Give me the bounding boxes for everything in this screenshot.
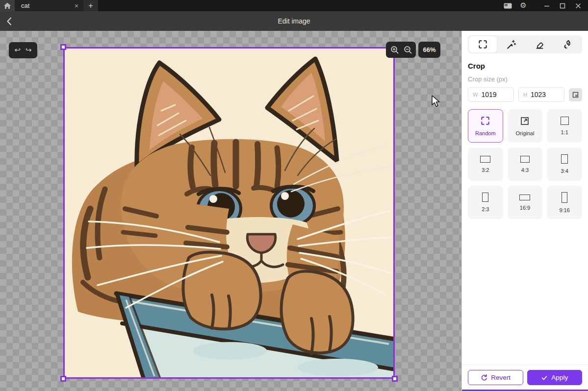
back-button[interactable] bbox=[2, 11, 17, 31]
ratio-grid: Random Original 1:1 3:2 bbox=[468, 109, 582, 219]
zoom-in-icon[interactable] bbox=[390, 45, 399, 54]
back-chevron-icon bbox=[6, 17, 13, 26]
width-input[interactable] bbox=[481, 91, 509, 98]
tab-close-icon[interactable]: × bbox=[74, 1, 79, 10]
ratio-3-4-icon bbox=[561, 154, 568, 164]
tab-crop-tool[interactable] bbox=[469, 36, 497, 52]
ratio-9-16-icon bbox=[562, 192, 567, 203]
new-tab-button[interactable]: + bbox=[83, 0, 98, 11]
home-button[interactable] bbox=[0, 0, 15, 11]
ratio-label: 4:3 bbox=[521, 167, 529, 173]
height-input[interactable] bbox=[531, 91, 560, 98]
height-field[interactable]: H bbox=[518, 87, 564, 102]
ratio-2-3[interactable]: 2:3 bbox=[468, 186, 503, 219]
ratio-label: Random bbox=[475, 130, 496, 136]
zoom-level-badge: 66% bbox=[418, 42, 440, 58]
revert-refresh-icon bbox=[480, 374, 487, 381]
tab-cat[interactable]: cat × bbox=[15, 0, 83, 11]
zoom-toolbar bbox=[386, 42, 416, 58]
width-prefix: W bbox=[473, 92, 478, 98]
swap-dimensions-icon bbox=[572, 91, 579, 98]
ratio-16-9[interactable]: 16:9 bbox=[508, 186, 543, 219]
crop-handle-bottom-right[interactable] bbox=[392, 376, 398, 382]
swap-dimensions-button[interactable] bbox=[569, 88, 582, 101]
ratio-9-16[interactable]: 9:16 bbox=[547, 186, 582, 219]
minimize-button[interactable] bbox=[539, 0, 555, 11]
eraser-tool-icon bbox=[534, 39, 544, 49]
cards-button[interactable] bbox=[500, 0, 515, 11]
width-field[interactable]: W bbox=[468, 87, 514, 102]
maximize-button[interactable] bbox=[555, 0, 570, 11]
ratio-label: 2:3 bbox=[482, 206, 489, 212]
apply-button[interactable]: Apply bbox=[527, 370, 583, 385]
redo-icon[interactable]: ↪ bbox=[26, 47, 32, 54]
close-window-button[interactable] bbox=[570, 0, 586, 11]
height-prefix: H bbox=[523, 92, 527, 98]
ink-pen-tool-icon bbox=[562, 39, 572, 49]
ratio-label: 3:4 bbox=[561, 168, 568, 174]
ratio-2-3-icon bbox=[482, 193, 488, 202]
original-size-icon bbox=[520, 116, 530, 126]
canvas-image bbox=[63, 47, 395, 379]
crop-handle-bottom-left[interactable] bbox=[60, 376, 66, 382]
crop-size-label: Crop size (px) bbox=[468, 75, 582, 83]
random-crop-icon bbox=[480, 116, 490, 126]
crop-tool-icon bbox=[478, 39, 488, 49]
undo-redo-toolbar: ↩ ↪ bbox=[9, 42, 37, 58]
ratio-3-2-icon bbox=[480, 156, 490, 163]
minimize-icon bbox=[544, 3, 550, 9]
ratio-label: Original bbox=[516, 130, 535, 136]
undo-icon[interactable]: ↩ bbox=[14, 47, 21, 54]
ratio-1-1-icon bbox=[561, 117, 569, 125]
crop-panel: Crop Crop size (px) W H bbox=[461, 31, 588, 391]
zoom-out-icon[interactable] bbox=[403, 45, 412, 54]
ratio-1-1[interactable]: 1:1 bbox=[547, 109, 582, 143]
tab-magic-pen-tool[interactable] bbox=[497, 36, 525, 52]
titlebar: cat × + ⚙ bbox=[0, 0, 588, 11]
mouse-cursor bbox=[431, 95, 441, 108]
ratio-4-3-icon bbox=[520, 156, 530, 163]
panel-title: Crop bbox=[468, 62, 582, 70]
crop-handle-top-left[interactable] bbox=[60, 44, 66, 50]
crop-selection[interactable] bbox=[63, 47, 395, 379]
revert-button[interactable]: Revert bbox=[468, 370, 523, 385]
window-controls: ⚙ bbox=[500, 0, 588, 11]
ratio-3-4[interactable]: 3:4 bbox=[547, 147, 582, 181]
ratio-original[interactable]: Original bbox=[508, 109, 543, 143]
tab-label: cat bbox=[21, 2, 74, 9]
ratio-3-2[interactable]: 3:2 bbox=[468, 147, 503, 181]
page-title: Edit image bbox=[278, 17, 310, 25]
edit-canvas[interactable]: ↩ ↪ 66% bbox=[0, 31, 461, 391]
plus-icon: + bbox=[88, 1, 93, 10]
main-area: ↩ ↪ 66% bbox=[0, 31, 588, 391]
crop-size-row: W H bbox=[468, 87, 582, 102]
tool-tabs bbox=[468, 35, 582, 53]
panel-actions: Revert Apply bbox=[462, 365, 588, 391]
home-icon bbox=[3, 2, 11, 9]
ratio-16-9-icon bbox=[519, 195, 530, 200]
maximize-icon bbox=[560, 3, 565, 9]
page-header: Edit image bbox=[0, 11, 588, 31]
close-icon bbox=[575, 3, 581, 9]
ratio-label: 16:9 bbox=[520, 205, 530, 211]
cards-icon bbox=[504, 3, 512, 9]
apply-check-icon bbox=[541, 374, 548, 381]
app-window: cat × + ⚙ bbox=[0, 0, 588, 391]
settings-button[interactable]: ⚙ bbox=[515, 0, 531, 11]
ratio-label: 3:2 bbox=[482, 167, 489, 173]
ratio-random[interactable]: Random bbox=[468, 109, 503, 143]
ratio-label: 1:1 bbox=[561, 129, 568, 135]
settings-gear-icon: ⚙ bbox=[520, 2, 526, 9]
apply-label: Apply bbox=[551, 374, 568, 381]
tab-eraser-tool[interactable] bbox=[525, 36, 553, 52]
tab-ink-pen-tool[interactable] bbox=[553, 36, 581, 52]
zoom-level: 66% bbox=[423, 46, 435, 53]
revert-label: Revert bbox=[491, 374, 511, 381]
ratio-4-3[interactable]: 4:3 bbox=[508, 147, 543, 181]
ratio-label: 9:16 bbox=[559, 207, 569, 213]
magic-pen-tool-icon bbox=[506, 39, 516, 49]
